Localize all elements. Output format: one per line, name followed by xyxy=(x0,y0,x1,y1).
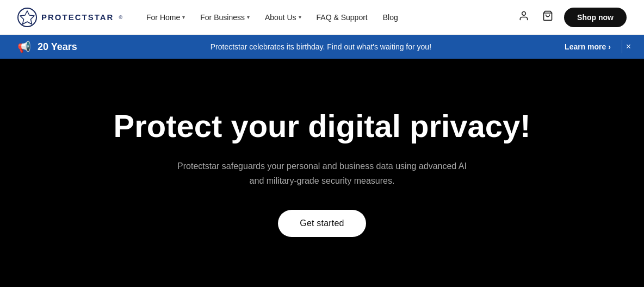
nav-for-business-chevron-icon: ▾ xyxy=(247,14,250,20)
nav-faq-support[interactable]: FAQ & Support xyxy=(310,9,374,26)
account-icon[interactable] xyxy=(516,8,531,26)
nav-links: For Home ▾ For Business ▾ About Us ▾ FAQ… xyxy=(140,9,512,26)
shop-now-button[interactable]: Shop now xyxy=(564,8,627,27)
nav-about-us-label: About Us xyxy=(265,13,296,22)
banner-learn-more-label: Learn more xyxy=(565,42,606,51)
banner-learn-more-arrow-icon: › xyxy=(608,42,611,51)
hero-cta-button[interactable]: Get started xyxy=(278,210,366,237)
nav-about-us-chevron-icon: ▾ xyxy=(299,14,301,20)
logo-icon xyxy=(17,8,37,27)
nav-for-home[interactable]: For Home ▾ xyxy=(140,9,191,26)
banner-close-button[interactable]: × xyxy=(622,40,635,54)
hero-section: Protect your digital privacy! Protectsta… xyxy=(0,59,644,287)
nav-blog[interactable]: Blog xyxy=(376,9,405,26)
announcement-banner: 📢 20 Years Protectstar celebrates its bi… xyxy=(0,35,644,59)
nav-for-home-chevron-icon: ▾ xyxy=(182,14,185,20)
brand-trademark: ® xyxy=(119,15,122,20)
banner-learn-more-link[interactable]: Learn more › xyxy=(565,42,611,51)
nav-faq-support-label: FAQ & Support xyxy=(317,13,368,22)
svg-marker-1 xyxy=(20,11,34,24)
banner-years: 20 Years xyxy=(38,41,77,53)
nav-for-home-label: For Home xyxy=(146,13,180,22)
nav-icons xyxy=(516,8,555,26)
megaphone-icon: 📢 xyxy=(17,40,31,53)
hero-subtitle: Protectstar safeguards your personal and… xyxy=(170,159,474,188)
brand-name: PROTECTSTAR xyxy=(41,13,114,22)
nav-about-us[interactable]: About Us ▾ xyxy=(258,9,308,26)
logo[interactable]: PROTECTSTAR ® xyxy=(17,8,122,27)
hero-title: Protect your digital privacy! xyxy=(113,109,530,144)
nav-blog-label: Blog xyxy=(383,13,398,22)
nav-for-business[interactable]: For Business ▾ xyxy=(194,9,256,26)
banner-message: Protectstar celebrates its birthday. Fin… xyxy=(84,42,558,51)
navbar: PROTECTSTAR ® For Home ▾ For Business ▾ … xyxy=(0,0,644,35)
cart-icon[interactable] xyxy=(540,8,555,26)
nav-for-business-label: For Business xyxy=(200,13,245,22)
svg-point-2 xyxy=(522,12,526,16)
